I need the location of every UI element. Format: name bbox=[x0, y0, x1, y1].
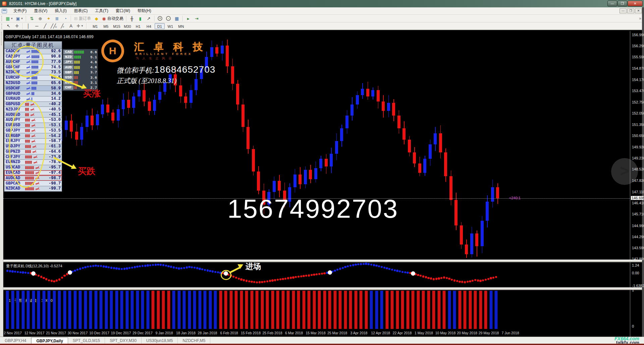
market-watch-button[interactable]: ⇅ bbox=[28, 15, 36, 22]
candle-chart-type-button[interactable]: ▮ bbox=[137, 15, 144, 22]
crosshair-button[interactable]: ✛ bbox=[13, 23, 21, 29]
child-restore-button[interactable]: ❐ bbox=[627, 8, 634, 13]
chart-tab-spt-gld-m15[interactable]: SPT_GLD,M15 bbox=[68, 337, 105, 344]
child-close-button[interactable]: ✕ bbox=[635, 8, 642, 13]
pair-row-nzdusd[interactable]: NZDUSD65.6 bbox=[4, 81, 62, 86]
price-tick: 149.930 bbox=[632, 145, 644, 149]
auto-scroll-button[interactable]: ▸ bbox=[184, 15, 192, 22]
indicator-dot bbox=[425, 276, 427, 278]
indicator-scale-tick: 0.00 bbox=[632, 271, 639, 275]
pair-row-gbpaud[interactable]: GBPAUD34.6 bbox=[4, 91, 62, 96]
candle bbox=[236, 84, 239, 105]
chart-shift-button[interactable]: ⇥ bbox=[193, 15, 201, 22]
indicator-dot bbox=[438, 277, 440, 279]
chart-tab-nzdchf-m5[interactable]: NZDCHF,M5 bbox=[178, 337, 210, 344]
timeframe-m15[interactable]: M15 bbox=[112, 23, 122, 29]
arrows-button[interactable]: ✛▼ bbox=[75, 23, 85, 29]
menu-w[interactable]: 窗口(W) bbox=[112, 7, 134, 14]
next-chart-arrow[interactable]: > bbox=[611, 158, 638, 185]
restore-button[interactable]: ❐ bbox=[618, 1, 627, 6]
navigator-button[interactable]: ✦ bbox=[45, 15, 52, 22]
horizontal-line-button[interactable]: ─ bbox=[33, 23, 41, 29]
indicator-dot bbox=[261, 281, 263, 283]
candle bbox=[340, 128, 343, 141]
app-icon bbox=[2, 1, 7, 6]
zoom-in-button[interactable]: + bbox=[156, 15, 164, 22]
date-tick: 3 Apr 2018 bbox=[351, 331, 368, 335]
chart-tab-gbpjpy-daily[interactable]: GBPJPY,Daily bbox=[31, 337, 68, 344]
timeframe-w1[interactable]: W1 bbox=[165, 23, 175, 29]
menu-f[interactable]: 文件(F) bbox=[10, 7, 30, 14]
panel-splitter[interactable] bbox=[3, 287, 642, 290]
cursor-button[interactable]: ↖ bbox=[5, 23, 12, 29]
date-tick: 25 Feb 2018 bbox=[263, 331, 282, 335]
autotrading-button[interactable]: ◉自动交易 bbox=[101, 15, 124, 22]
toolbar-grip[interactable] bbox=[1, 16, 3, 21]
chart-tab-gbpjpy-h4[interactable]: GBPJPY,H4 bbox=[0, 337, 31, 344]
pair-name: GBPAUD bbox=[6, 91, 25, 96]
indicator-dot bbox=[196, 267, 198, 269]
panel-splitter[interactable] bbox=[3, 260, 642, 262]
filter-bar bbox=[234, 291, 238, 329]
filter-bar bbox=[406, 291, 410, 329]
timeframe-m1[interactable]: M1 bbox=[90, 23, 100, 29]
line-chart-type-button[interactable]: ↗ bbox=[145, 15, 153, 22]
filter-bar bbox=[453, 291, 456, 329]
version-label: 正式版 (至2018.8.31) bbox=[117, 76, 176, 85]
zoom-out-button[interactable]: - bbox=[165, 15, 172, 22]
chart-tab-us30jun18-m5[interactable]: US30jun18,M5 bbox=[142, 337, 178, 344]
profiles-button[interactable]: ▣▼ bbox=[15, 15, 24, 22]
fibonacci-button[interactable]: ╱F bbox=[59, 23, 66, 29]
toolbar-overflow-button[interactable]: » bbox=[639, 16, 641, 21]
chart-tab-spt-dxy-m30[interactable]: SPT_DXY,M30 bbox=[105, 337, 142, 344]
menu-i[interactable]: 插入(I) bbox=[51, 7, 70, 14]
timeframe-m5[interactable]: M5 bbox=[101, 23, 111, 29]
profiles-icon: ▣ bbox=[16, 16, 20, 21]
filter-bar bbox=[422, 291, 425, 329]
filter-bar bbox=[130, 291, 134, 329]
indicator-dot bbox=[136, 266, 138, 268]
child-minimize-button[interactable]: — bbox=[620, 8, 627, 13]
menu-h[interactable]: 帮助(H) bbox=[134, 7, 155, 14]
timeframe-d1[interactable]: D1 bbox=[155, 23, 165, 29]
bar-chart-type-icon: ╫ bbox=[130, 16, 133, 21]
menu-c[interactable]: 图表(C) bbox=[70, 7, 92, 14]
menu-v[interactable]: 显示(V) bbox=[30, 7, 51, 14]
filter-bar bbox=[302, 291, 306, 329]
new-order-button[interactable]: ⊞新订单 bbox=[73, 15, 92, 22]
vertical-line-button[interactable]: │ bbox=[24, 23, 32, 29]
data-window-button[interactable]: ⊕ bbox=[36, 15, 44, 22]
filter-bar bbox=[375, 291, 378, 329]
text-button[interactable]: A bbox=[67, 23, 75, 29]
minimize-button[interactable]: — bbox=[607, 1, 617, 6]
currency-strength-value: 4.6 bbox=[90, 65, 97, 69]
channel-button[interactable]: ╱╱E bbox=[50, 23, 58, 29]
close-button[interactable]: ✕ bbox=[628, 1, 643, 6]
indicator-dot bbox=[6, 270, 8, 272]
indicator-dot bbox=[464, 281, 466, 283]
terminal-button[interactable]: ≣ bbox=[53, 15, 61, 22]
hidden-eye-icon bbox=[34, 187, 41, 190]
candle bbox=[293, 175, 297, 187]
toolbar-grip[interactable] bbox=[1, 23, 3, 29]
currency-chip: USD bbox=[63, 75, 73, 80]
metaeditor-button[interactable]: ◆ bbox=[93, 15, 100, 22]
strategy-tester-icon: ◔ bbox=[64, 16, 67, 21]
chart-window-icon bbox=[2, 9, 7, 13]
timeframe-m30[interactable]: M30 bbox=[122, 23, 132, 29]
filter-bar bbox=[354, 291, 358, 329]
indicator-dot bbox=[417, 274, 419, 276]
bar-chart-type-button[interactable]: ╫ bbox=[128, 15, 136, 22]
signal-dot bbox=[411, 271, 415, 276]
brand-subtitle: BRILLIANT FOREX bbox=[135, 52, 193, 56]
strategy-tester-button[interactable]: ◔ bbox=[61, 15, 69, 22]
new-chart-button[interactable]: ▦▼ bbox=[5, 15, 14, 22]
pair-row-usdchf[interactable]: USDCHF58.9 bbox=[4, 86, 62, 91]
menu-t[interactable]: 工具(T) bbox=[91, 7, 112, 14]
timeframe-h4[interactable]: H4 bbox=[144, 23, 154, 29]
timeframe-mn[interactable]: MN bbox=[176, 23, 186, 29]
pair-row-nzdcad[interactable]: NZDCAD-99.7 bbox=[4, 186, 62, 192]
timeframe-h1[interactable]: H1 bbox=[133, 23, 143, 29]
tile-windows-button[interactable]: ▦ bbox=[173, 15, 181, 22]
trendline-button[interactable]: ╱ bbox=[41, 23, 49, 29]
